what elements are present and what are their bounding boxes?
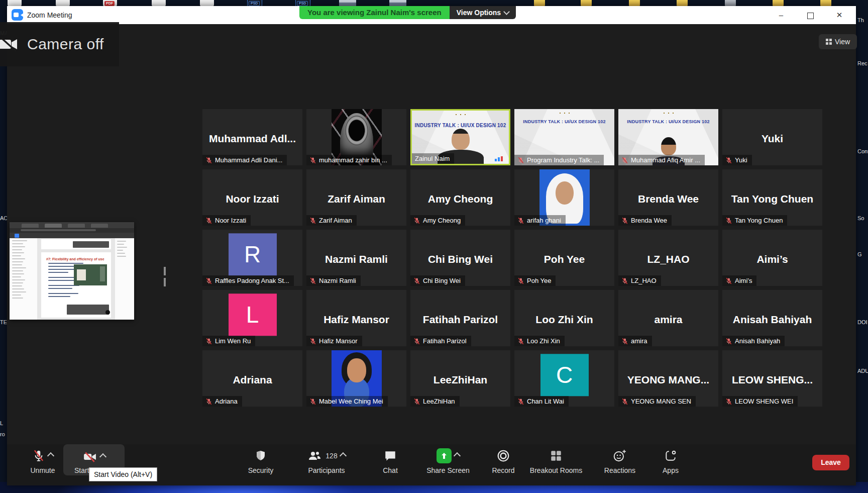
participant-name-label: Adriana [202, 396, 242, 407]
participant-tile[interactable]: Brenda Wee Brenda Wee [618, 169, 718, 226]
participant-big-name: Tan Yong Chuen [722, 193, 822, 205]
participant-name-text: Amy Cheong [423, 217, 461, 224]
desktop-label-fragment: ro [0, 431, 5, 437]
desktop-label-fragment: DOI [857, 319, 867, 325]
muted-mic-icon [309, 217, 316, 224]
participant-tile[interactable]: Hafiz Mansor Hafiz Mansor [306, 290, 406, 346]
participant-tile[interactable]: Aimi’s Aimi’s [722, 230, 822, 286]
participant-name-label: Raffles Padong Anak St... [202, 275, 294, 286]
maximize-button[interactable] [799, 6, 822, 24]
participant-tile[interactable]: INDUSTRY TALK : UI/UX DESIGN 102 Zainul … [410, 109, 510, 165]
participant-tile[interactable]: INDUSTRY TALK : UI/UX DESIGN 102 Program… [514, 109, 614, 165]
video-options-chevron[interactable] [99, 453, 106, 460]
zoom-logo-icon [12, 9, 23, 21]
breakout-rooms-icon [550, 449, 563, 462]
share-screen-button[interactable]: Share Screen [418, 448, 478, 474]
close-button[interactable]: ✕ [828, 6, 851, 24]
participant-tile[interactable]: Yuki Yuki [722, 109, 822, 165]
participant-tile[interactable]: Tan Yong Chuen Tan Yong Chuen [722, 169, 822, 226]
participant-tile[interactable]: Adriana Adriana [202, 350, 302, 407]
participant-tile[interactable]: LeeZhiHan LeeZhiHan [410, 350, 510, 407]
participants-button[interactable]: 128 Participants [296, 448, 357, 474]
participant-name-label: Yuki [722, 155, 752, 165]
participant-big-name: amira [618, 314, 718, 326]
participant-big-name: LeeZhiHan [410, 374, 510, 386]
muted-mic-icon [309, 338, 316, 345]
security-button[interactable]: Security [238, 448, 283, 474]
participant-name-text: Adriana [215, 398, 238, 405]
muted-mic-icon [413, 398, 420, 405]
muted-mic-icon [517, 277, 524, 284]
participant-name-label: Muhammad Afiq Amir ... [618, 155, 705, 165]
view-options-chevron-icon [503, 9, 510, 15]
share-options-chevron[interactable] [454, 452, 461, 459]
muted-mic-icon [621, 398, 628, 405]
participant-tile[interactable]: L Lim Wen Ru [202, 290, 302, 346]
participant-tile[interactable]: Poh Yee Poh Yee [514, 230, 614, 286]
participant-name-label: Aimi’s [722, 275, 756, 286]
participant-tile[interactable]: Loo Zhi Xin Loo Zhi Xin [514, 290, 614, 346]
participant-tile[interactable]: muhammad zahir bin ... [306, 109, 406, 165]
participant-tile[interactable]: Muhammad Adl... Muhammad Adli Dani... [202, 109, 302, 165]
participant-tile[interactable]: INDUSTRY TALK : UI/UX DESIGN 102 Muhamma… [618, 109, 718, 165]
participant-tile[interactable]: Chi Bing Wei Chi Bing Wei [410, 230, 510, 286]
participant-name-text: Zarif Aiman [319, 217, 352, 224]
start-video-tooltip: Start Video (Alt+V) [89, 467, 157, 481]
participant-name-text: Tan Yong Chuen [735, 217, 783, 224]
letter-avatar: L [229, 293, 277, 336]
zoom-window: Zoom Meeting – ✕ View Muhammad Adl... Mu… [7, 6, 856, 485]
participant-tile[interactable]: Amy Cheong Amy Cheong [410, 169, 510, 226]
participant-name-text: Poh Yee [527, 277, 551, 284]
reactions-button[interactable]: Reactions [596, 448, 644, 474]
leave-button[interactable]: Leave [812, 455, 849, 470]
participant-name-label: Muhammad Adli Dani... [202, 155, 287, 165]
minimize-button[interactable]: – [770, 6, 793, 24]
camera-off-label: Camera off [27, 36, 104, 53]
record-icon [497, 449, 510, 462]
desktop-label-fragment: TE [0, 319, 7, 325]
participant-tile[interactable]: LEOW SHENG... LEOW SHENG WEI [722, 350, 822, 407]
preview-scrollbar[interactable] [164, 267, 166, 287]
muted-mic-icon [621, 338, 628, 345]
participant-tile[interactable]: R Raffles Padong Anak St... [202, 230, 302, 286]
view-button[interactable]: View [819, 34, 857, 49]
record-button[interactable]: Record [483, 448, 523, 474]
participant-name-text: muhammad zahir bin ... [319, 156, 387, 164]
slide-title: INDUSTRY TALK : UI/UX DESIGN 102 [514, 119, 614, 124]
participant-name-text: Nazmi Ramli [319, 277, 356, 284]
chat-icon [384, 449, 397, 462]
view-options-button[interactable]: View Options [450, 6, 516, 19]
participant-tile[interactable]: C Chan Lit Wai [514, 350, 614, 407]
participant-big-name: YEONG MANG... [618, 374, 718, 386]
participant-name-label: Amy Cheong [410, 215, 465, 226]
muted-mic-icon [205, 398, 212, 405]
participant-tile[interactable]: Nazmi Ramli Nazmi Ramli [306, 230, 406, 286]
participant-tile[interactable]: Zarif Aiman Zarif Aiman [306, 169, 406, 226]
participant-tile[interactable]: LZ_HAO LZ_HAO [618, 230, 718, 286]
unmute-button[interactable]: Unmute [20, 448, 65, 474]
participants-options-chevron[interactable] [340, 452, 347, 459]
muted-mic-icon [517, 157, 524, 164]
slide-title: INDUSTRY TALK : UI/UX DESIGN 102 [412, 123, 509, 128]
desktop-label-fragment: So [857, 215, 864, 221]
participant-name-text: Muhammad Adli Dani... [215, 156, 282, 164]
participant-tile[interactable]: YEONG MANG... YEONG MANG SEN [618, 350, 718, 407]
participant-tile[interactable]: Noor Izzati Noor Izzati [202, 169, 302, 226]
participant-name-label: Lim Wen Ru [202, 336, 255, 346]
mic-muted-icon [32, 449, 45, 462]
participant-big-name: Adriana [202, 374, 302, 386]
apps-button[interactable]: Apps [653, 448, 688, 474]
participant-tile[interactable]: Fatihah Parizol Fatihah Parizol [410, 290, 510, 346]
chat-button[interactable]: Chat [373, 448, 408, 474]
muted-mic-icon [205, 277, 212, 284]
desktop-label-fragment: ADU [857, 368, 868, 374]
participant-name-label: Tan Yong Chuen [722, 215, 787, 226]
participant-tile[interactable]: Anisah Bahiyah Anisah Bahiyah [722, 290, 822, 346]
participant-tile[interactable]: amira amira [618, 290, 718, 346]
participant-name-label: Brenda Wee [618, 215, 672, 226]
screen-share-preview[interactable]: #7: Flexibility and efficiency of use [10, 222, 134, 320]
participant-tile[interactable]: Mabel Wee Ching Mei [306, 350, 406, 407]
participant-tile[interactable]: arifah ghani [514, 169, 614, 226]
breakout-rooms-button[interactable]: Breakout Rooms [523, 448, 589, 474]
unmute-options-chevron[interactable] [47, 452, 54, 459]
